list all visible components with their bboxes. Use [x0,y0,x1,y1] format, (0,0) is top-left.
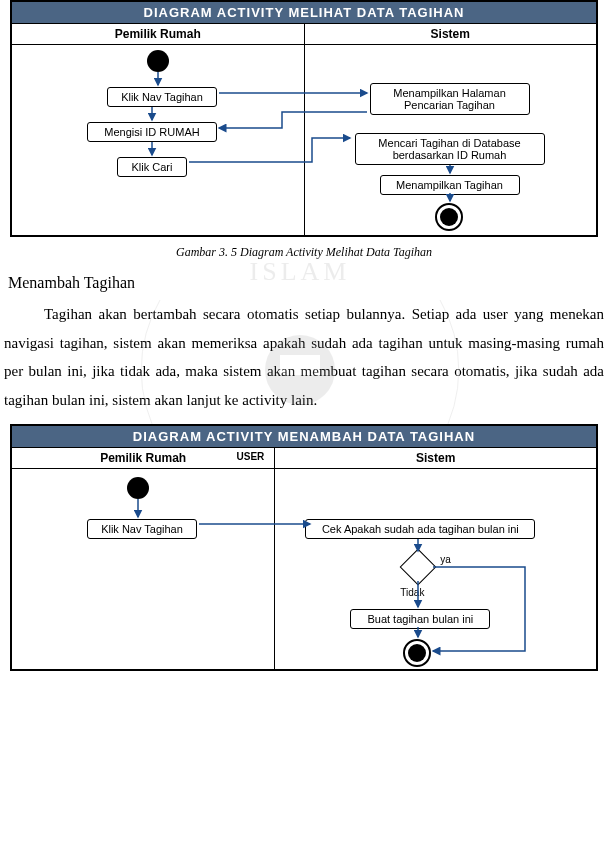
decision-tidak-label: Tidak [400,587,424,598]
caption-diagram1: Gambar 3. 5 Diagram Activity Melihat Dat… [0,245,608,260]
initial-node-icon [147,50,169,72]
lane2-header: Sistem [305,24,597,45]
node-menampilkan-tagihan: Menampilkan Tagihan [380,175,520,195]
final-node-icon-2 [403,639,431,667]
node2-klik-nav: Klik Nav Tagihan [87,519,197,539]
decision-ya-label: ya [440,554,451,565]
lane2-header1: Pemilik Rumah USER [12,448,274,469]
lane-sistem: Sistem Menampilkan Halaman Pencarian Tag… [304,24,597,235]
lane2-header2: Sistem [275,448,596,469]
arrows-d2-lane2 [275,469,596,669]
node-klik-nav-tagihan: Klik Nav Tagihan [107,87,217,107]
section-heading: Menambah Tagihan [8,274,608,292]
lane2-pemilik-rumah: Pemilik Rumah USER Klik Nav Tagihan [12,448,274,669]
lane-pemilik-rumah: Pemilik Rumah Klik Nav Tagihan Mengisi I… [12,24,304,235]
node2-cek-tagihan: Cek Apakah sudah ada tagihan bulan ini [305,519,535,539]
diagram2-title: DIAGRAM ACTIVITY MENAMBAH DATA TAGIHAN [12,426,596,447]
initial-node-icon-2 [127,477,149,499]
node-mengisi-id-rumah: Mengisi ID RUMAH [87,122,217,142]
arrows-d2-lane1 [12,469,274,669]
lane2-sistem: Sistem Cek Apakah sudah ada tagihan bula… [274,448,596,669]
node-klik-cari: Klik Cari [117,157,187,177]
lane1-header: Pemilik Rumah [12,24,304,45]
decision-diamond-icon [400,549,437,586]
node2-buat-tagihan: Buat tagihan bulan ini [350,609,490,629]
diagram-melihat-tagihan: DIAGRAM ACTIVITY MELIHAT DATA TAGIHAN Pe… [10,0,598,237]
node-mencari-database: Mencari Tagihan di Database berdasarkan … [355,133,545,165]
node-menampilkan-halaman: Menampilkan Halaman Pencarian Tagihan [370,83,530,115]
lane2-header1-label: Pemilik Rumah [100,451,186,465]
diagram1-title: DIAGRAM ACTIVITY MELIHAT DATA TAGIHAN [12,2,596,23]
paragraph-body: Tagihan akan bertambah secara otomatis s… [4,300,604,414]
final-node-icon [435,203,463,231]
diagram-menambah-tagihan: DIAGRAM ACTIVITY MENAMBAH DATA TAGIHAN P… [10,424,598,671]
lane2-user-label: USER [237,451,265,462]
